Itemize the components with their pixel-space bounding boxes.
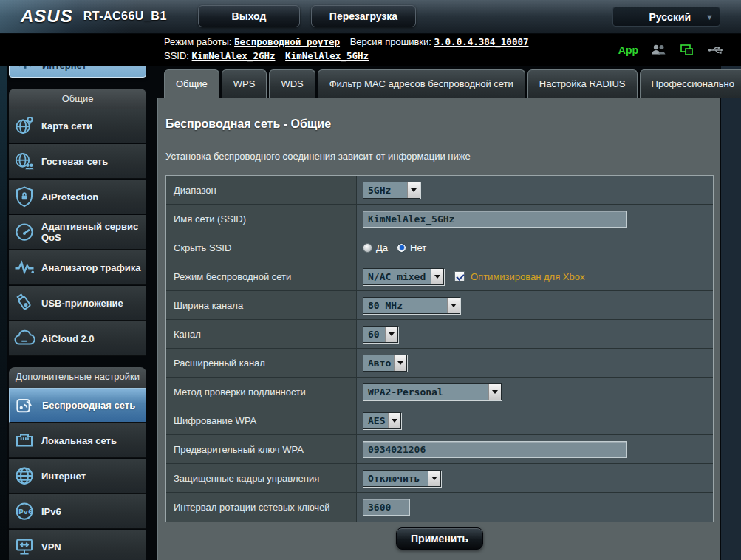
language-dropdown[interactable]: Русский ▼ (612, 7, 720, 27)
select-arrow-icon (388, 413, 400, 428)
sidebar-item-guest-network[interactable]: Гостевая сеть (9, 144, 146, 179)
logout-button[interactable]: Выход (198, 5, 300, 27)
ssid-label: SSID: (164, 50, 189, 61)
firmware-label: Версия прошивки: (350, 36, 431, 47)
row-hide-ssid: Скрыть SSID Да Нет (166, 233, 713, 262)
extension-channel-select[interactable]: Авто (363, 355, 407, 372)
row-wireless-mode: Режим беспроводной сети N/AC mixed Оптим… (166, 262, 713, 291)
top-header-bar: ASUS RT-AC66U_B1 Выход Перезагрузка Русс… (0, 0, 741, 33)
chevron-down-icon: ▼ (706, 13, 714, 21)
tab-wds[interactable]: WDS (269, 69, 315, 98)
row-band: Диапазон 5GHz (166, 176, 713, 205)
sidebar-item-aicloud[interactable]: AiCloud 2.0 (9, 321, 146, 356)
wireless-tabs: Общие WPS WDS Фильтр MAC адресов беспров… (164, 69, 741, 98)
wireless-mode-label: Режим беспроводной сети (174, 271, 291, 282)
select-arrow-icon (394, 355, 406, 371)
row-channel: Канал 60 (166, 320, 713, 349)
sidebar-item-wireless[interactable]: Беспроводная сеть (9, 388, 146, 423)
ssid-5ghz-link[interactable]: KimNelAlex_5GHz (285, 50, 369, 61)
protected-frames-label: Защищенные кадры управления (174, 473, 319, 484)
apply-row: Применить (158, 527, 721, 550)
auth-method-select[interactable]: WPA2-Personal (363, 383, 502, 400)
channel-bandwidth-label: Ширина канала (174, 300, 243, 311)
hide-ssid-yes-radio[interactable] (363, 243, 372, 253)
router-admin-page: ASUS RT-AC66U_B1 Выход Перезагрузка Русс… (0, 0, 741, 560)
language-value: Русский (649, 11, 692, 23)
content-panel: Беспроводная сеть - Общие Установка бесп… (157, 98, 720, 560)
guest-network-icon (13, 150, 35, 172)
sidebar-item-adaptive-qos[interactable]: Адаптивный сервис QoS (9, 215, 146, 250)
hide-ssid-label: Скрыть SSID (174, 242, 231, 253)
wpa-encryption-label: Шифрование WPA (174, 415, 256, 426)
hide-ssid-no-label: Нет (410, 242, 426, 253)
wpa-encryption-select[interactable]: AES (363, 412, 401, 429)
vpn-icon (13, 536, 35, 558)
wireless-mode-select[interactable]: N/AC mixed (363, 268, 444, 285)
ssid-field-label: Имя сети (SSID) (174, 214, 246, 225)
key-rotation-input[interactable] (363, 499, 410, 516)
xbox-optimized-checkbox[interactable] (454, 271, 465, 281)
tab-professional[interactable]: Профессионально (640, 69, 741, 98)
row-key-rotation: Интервал ротации сетевых ключей (166, 493, 713, 522)
page-title: Беспроводная сеть - Общие (165, 117, 712, 131)
protected-frames-select[interactable]: Отключить (363, 470, 441, 487)
sidebar-item-ipv6[interactable]: IPv6 IPv6 (9, 494, 146, 529)
operation-mode-link[interactable]: Беспроводной роутер (234, 36, 340, 47)
channel-select[interactable]: 60 (363, 326, 398, 343)
tab-radius[interactable]: Настройка RADIUS (527, 69, 638, 98)
wpa-key-input[interactable] (363, 441, 627, 458)
ssid-input[interactable] (363, 211, 627, 228)
sidebar-item-lan[interactable]: Локальная сеть (9, 423, 146, 458)
sidebar-item-vpn[interactable]: VPN (9, 530, 146, 560)
aicloud-icon (13, 327, 35, 349)
devices-icon[interactable] (678, 41, 696, 59)
wireless-icon (14, 395, 36, 417)
reboot-button[interactable]: Перезагрузка (311, 5, 416, 27)
channel-bandwidth-select[interactable]: 80 MHz (363, 297, 460, 314)
brand-area: ASUS RT-AC66U_B1 (21, 6, 167, 27)
row-ssid: Имя сети (SSID) (166, 205, 713, 233)
router-model: RT-AC66U_B1 (83, 10, 167, 23)
sidebar-item-usb-application[interactable]: USB-приложение (9, 286, 146, 321)
sidebar-item-network-map[interactable]: Карта сети (9, 109, 146, 143)
tab-wps[interactable]: WPS (222, 69, 267, 98)
right-edge-strip (721, 66, 741, 560)
title-divider (165, 140, 712, 140)
usb-icon[interactable] (707, 41, 725, 59)
firmware-version-link[interactable]: 3.0.0.4.384_10007 (434, 36, 529, 47)
sidebar-item-aiprotection[interactable]: AiProtection (9, 180, 146, 214)
row-protected-frames: Защищенные кадры управления Отключить (166, 464, 713, 493)
app-link[interactable]: App (618, 44, 638, 56)
ssid-2ghz-link[interactable]: KimNelAlex_2GHz (192, 50, 276, 61)
tab-general[interactable]: Общие (164, 69, 219, 98)
sidebar-item-internet[interactable]: Интернет (9, 459, 146, 494)
status-icons: App (618, 34, 725, 66)
status-info-lines: Режим работы: Беспроводной роутер Версия… (164, 36, 536, 61)
page-description: Установка беспроводного соединения завис… (165, 151, 712, 162)
tab-mac-filter[interactable]: Фильтр MAC адресов беспроводной сети (318, 69, 525, 98)
clients-icon[interactable] (649, 41, 667, 59)
usb-app-icon (13, 292, 35, 314)
extension-channel-label: Расширенный канал (174, 358, 265, 369)
asus-logo: ASUS (21, 6, 73, 27)
channel-label: Канал (174, 329, 201, 340)
row-wpa-key: Предварительный ключ WPA (166, 435, 713, 464)
hide-ssid-yes-label: Да (376, 242, 388, 253)
operation-mode-label: Режим работы: (164, 36, 231, 47)
status-info-bar: Режим работы: Беспроводной роутер Версия… (0, 34, 741, 66)
xbox-optimized-label: Оптимизирован для Xbox (471, 271, 584, 282)
hide-ssid-no-radio[interactable] (397, 243, 406, 253)
sidebar-item-traffic-analyzer[interactable]: Анализатор трафика (9, 250, 146, 285)
auth-method-label: Метод проверки подлинности (174, 386, 306, 397)
network-map-icon (13, 115, 35, 137)
lan-icon (13, 429, 35, 451)
settings-table: Диапазон 5GHz Имя сети (SSID) Скрыть SSI… (165, 175, 714, 522)
band-select[interactable]: 5GHz (363, 182, 420, 199)
aiprotection-icon (13, 185, 35, 208)
key-rotation-label: Интервал ротации сетевых ключей (174, 502, 330, 513)
row-channel-bandwidth: Ширина канала 80 MHz (166, 291, 713, 320)
qos-icon (13, 221, 35, 243)
row-extension-channel: Расширенный канал Авто (166, 349, 713, 378)
sidebar-section-general: Общие (9, 89, 146, 109)
apply-button[interactable]: Применить (396, 527, 483, 550)
